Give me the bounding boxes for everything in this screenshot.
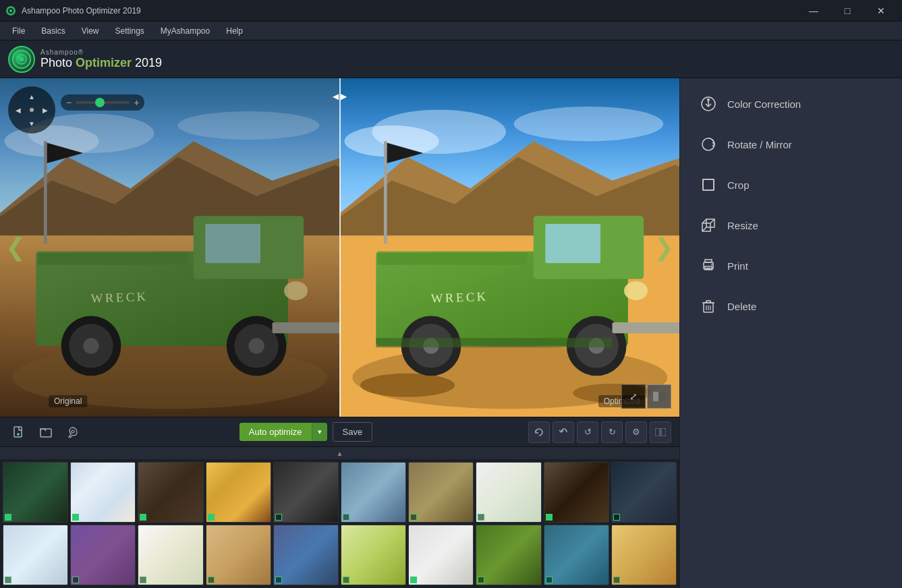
- new-file-button[interactable]: [8, 421, 30, 443]
- thumbnail-9[interactable]: [544, 462, 609, 523]
- svg-rect-79: [705, 260, 712, 262]
- thumbnail-5[interactable]: [273, 462, 339, 523]
- svg-point-37: [360, 374, 454, 397]
- menu-basics[interactable]: Basics: [34, 24, 72, 38]
- menu-file[interactable]: File: [5, 24, 32, 38]
- thumb-check-6: [343, 514, 349, 521]
- close-button[interactable]: ✕: [866, 0, 897, 22]
- thumbnail-2[interactable]: [70, 462, 136, 523]
- prev-image-button[interactable]: ❮: [5, 233, 26, 262]
- svg-point-5: [20, 57, 24, 61]
- rotate-mirror-label: Rotate / Mirror: [727, 139, 792, 150]
- resize-item[interactable]: Resize: [685, 206, 897, 244]
- svg-text:WRECK: WRECK: [430, 289, 488, 305]
- maximize-button[interactable]: □: [832, 0, 863, 22]
- auto-optimize-button[interactable]: Auto optimize: [239, 423, 312, 441]
- thumbnail-16[interactable]: [341, 525, 406, 585]
- zoom-slider[interactable]: [76, 101, 130, 104]
- svg-line-75: [702, 219, 706, 223]
- menu-settings[interactable]: Settings: [108, 24, 150, 38]
- nav-up-arrow[interactable]: ▲: [25, 90, 38, 103]
- thumbnail-13[interactable]: [138, 525, 203, 585]
- right-panel: Color Correction Rotate / Mirror: [679, 78, 902, 588]
- svg-text:WRECK: WRECK: [90, 289, 148, 305]
- next-image-button[interactable]: ❯: [654, 233, 674, 262]
- zoom-out-button[interactable]: −: [66, 97, 72, 108]
- app-title: Ashampoo Photo Optimizer 2019: [22, 6, 141, 16]
- thumbnail-15[interactable]: [273, 525, 339, 585]
- thumb-check-1: [5, 514, 11, 521]
- menu-help[interactable]: Help: [219, 24, 250, 38]
- open-folder-button[interactable]: [35, 421, 57, 443]
- thumbnail-17[interactable]: [408, 525, 474, 585]
- svg-point-83: [711, 264, 712, 265]
- zoom-thumb[interactable]: [95, 98, 105, 107]
- nav-right-arrow[interactable]: ▶: [38, 103, 52, 117]
- thumbnail-4[interactable]: [206, 462, 271, 523]
- compare-button[interactable]: [650, 421, 671, 443]
- tools-icon: [67, 426, 79, 438]
- logo-brand: Ashampoo®: [40, 49, 162, 56]
- photo-divider[interactable]: ◀ ▶: [339, 78, 341, 417]
- minimize-button[interactable]: —: [798, 0, 829, 22]
- nav-left-arrow[interactable]: ◀: [11, 103, 25, 117]
- split-view-icon: [653, 392, 665, 401]
- thumbnail-14[interactable]: [206, 525, 271, 585]
- thumbnail-18[interactable]: [476, 525, 541, 585]
- undo-button[interactable]: [528, 421, 550, 443]
- auto-optimize-dropdown-button[interactable]: ▾: [312, 423, 327, 441]
- delete-item[interactable]: Delete: [685, 287, 897, 325]
- svg-point-22: [83, 338, 98, 353]
- crop-item[interactable]: Crop: [685, 166, 897, 204]
- rotate-mirror-item[interactable]: Rotate / Mirror: [685, 125, 897, 163]
- menu-myashampoo[interactable]: MyAshampoo: [154, 24, 217, 38]
- color-correction-item[interactable]: Color Correction: [685, 85, 897, 123]
- svg-rect-14: [44, 141, 47, 243]
- viewer-area: ▲ ◀ ▶ ▼ − +: [0, 78, 679, 417]
- logo-icon: [8, 46, 35, 73]
- svg-rect-44: [377, 253, 527, 265]
- thumbnail-strip: ▲: [0, 446, 679, 588]
- menu-view[interactable]: View: [75, 24, 106, 38]
- print-item[interactable]: Print: [685, 247, 897, 285]
- thumbnail-6[interactable]: [341, 462, 406, 523]
- thumb-check-8: [478, 514, 484, 521]
- crop-icon: [699, 175, 718, 194]
- split-view-button[interactable]: [647, 384, 671, 409]
- nav-down-arrow[interactable]: ▼: [25, 117, 38, 130]
- title-bar: Ashampoo Photo Optimizer 2019 — □ ✕: [0, 0, 902, 22]
- thumbnail-7[interactable]: [408, 462, 474, 523]
- thumb-check-3: [140, 514, 146, 521]
- divider-handle[interactable]: ◀ ▶: [333, 92, 347, 101]
- thumb-check-20: [613, 577, 620, 583]
- thumbnail-3[interactable]: [138, 462, 203, 523]
- thumbnail-8[interactable]: [476, 462, 541, 523]
- rotate-cw-button[interactable]: ↻: [601, 421, 623, 443]
- undo2-button[interactable]: [553, 421, 574, 443]
- settings-button[interactable]: ⚙: [625, 421, 647, 443]
- fullscreen-button[interactable]: ⤢: [621, 384, 646, 409]
- thumb-check-12: [72, 577, 79, 583]
- save-button[interactable]: Save: [333, 422, 373, 442]
- main-content: ▲ ◀ ▶ ▼ − +: [0, 78, 902, 588]
- zoom-in-button[interactable]: +: [134, 97, 139, 108]
- thumb-check-16: [343, 577, 349, 583]
- resize-label: Resize: [727, 220, 758, 231]
- photo-container: WRECK Original ◀ ▶: [0, 78, 679, 417]
- thumbnail-19[interactable]: [544, 525, 609, 585]
- thumbnail-1[interactable]: [3, 462, 68, 523]
- thumbnail-10[interactable]: [611, 462, 677, 523]
- tools-button[interactable]: [62, 421, 84, 443]
- thumbnail-collapse-button[interactable]: ▲: [0, 447, 679, 459]
- title-bar-left: Ashampoo Photo Optimizer 2019: [5, 5, 141, 16]
- original-label: Original: [49, 395, 87, 407]
- thumbnail-20[interactable]: [611, 525, 677, 585]
- svg-point-61: [72, 430, 74, 433]
- thumbnail-12[interactable]: [70, 525, 136, 585]
- svg-point-65: [707, 98, 710, 101]
- thumb-check-5: [275, 514, 282, 521]
- logo-text: Ashampoo® Photo Optimizer 2019: [40, 49, 162, 70]
- rotate-ccw-button[interactable]: ↺: [577, 421, 598, 443]
- svg-rect-55: [653, 392, 658, 401]
- thumbnail-11[interactable]: [3, 525, 68, 585]
